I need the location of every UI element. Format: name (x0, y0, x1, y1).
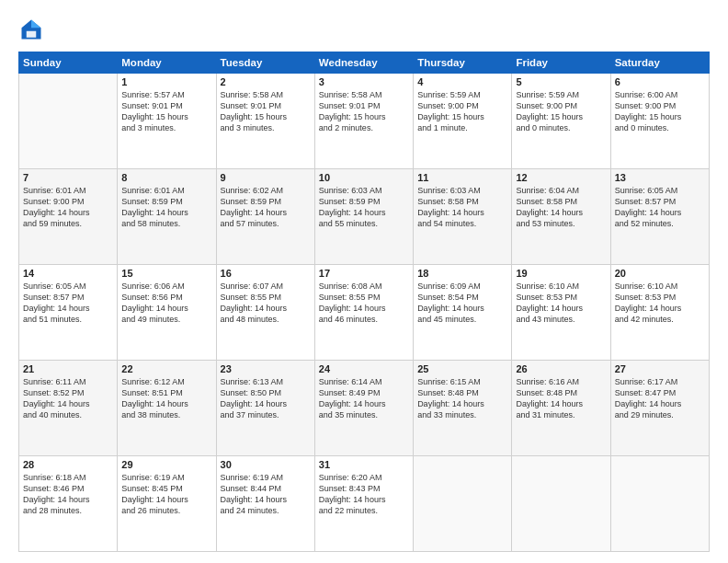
calendar-header-wednesday: Wednesday (314, 52, 413, 74)
day-info: Sunrise: 6:10 AM Sunset: 8:53 PM Dayligh… (615, 281, 705, 326)
calendar-cell: 13Sunrise: 6:05 AM Sunset: 8:57 PM Dayli… (610, 169, 709, 265)
day-number: 4 (417, 76, 507, 87)
calendar-cell: 22Sunrise: 6:12 AM Sunset: 8:51 PM Dayli… (118, 361, 216, 456)
calendar-cell: 20Sunrise: 6:10 AM Sunset: 8:53 PM Dayli… (610, 265, 709, 361)
header (18, 17, 710, 42)
day-info: Sunrise: 6:12 AM Sunset: 8:51 PM Dayligh… (121, 376, 211, 421)
day-info: Sunrise: 6:17 AM Sunset: 8:47 PM Dayligh… (615, 376, 705, 421)
calendar-cell: 6Sunrise: 6:00 AM Sunset: 9:00 PM Daylig… (610, 74, 709, 169)
calendar-week-4: 21Sunrise: 6:11 AM Sunset: 8:52 PM Dayli… (19, 361, 710, 456)
day-number: 16 (221, 268, 311, 279)
day-info: Sunrise: 6:01 AM Sunset: 8:59 PM Dayligh… (121, 185, 211, 230)
day-info: Sunrise: 6:09 AM Sunset: 8:54 PM Dayligh… (417, 281, 507, 326)
calendar-cell: 4Sunrise: 5:59 AM Sunset: 9:00 PM Daylig… (414, 74, 512, 169)
day-info: Sunrise: 6:03 AM Sunset: 8:58 PM Dayligh… (417, 185, 507, 230)
day-info: Sunrise: 6:03 AM Sunset: 8:59 PM Dayligh… (319, 185, 409, 230)
calendar-cell: 17Sunrise: 6:08 AM Sunset: 8:55 PM Dayli… (314, 265, 413, 361)
day-info: Sunrise: 6:19 AM Sunset: 8:44 PM Dayligh… (221, 472, 311, 517)
day-number: 24 (319, 363, 409, 374)
calendar-cell: 12Sunrise: 6:04 AM Sunset: 8:58 PM Dayli… (512, 169, 610, 265)
calendar-cell: 10Sunrise: 6:03 AM Sunset: 8:59 PM Dayli… (314, 169, 413, 265)
day-info: Sunrise: 6:00 AM Sunset: 9:00 PM Dayligh… (615, 89, 705, 134)
calendar-cell: 30Sunrise: 6:19 AM Sunset: 8:44 PM Dayli… (216, 456, 314, 552)
day-info: Sunrise: 6:11 AM Sunset: 8:52 PM Dayligh… (23, 376, 113, 421)
calendar-cell: 31Sunrise: 6:20 AM Sunset: 8:43 PM Dayli… (314, 456, 413, 552)
calendar-header-row: SundayMondayTuesdayWednesdayThursdayFrid… (19, 52, 710, 74)
day-number: 14 (23, 268, 113, 279)
day-info: Sunrise: 6:13 AM Sunset: 8:50 PM Dayligh… (221, 376, 311, 421)
day-number: 6 (615, 76, 705, 87)
day-info: Sunrise: 5:59 AM Sunset: 9:00 PM Dayligh… (417, 89, 507, 134)
calendar-week-3: 14Sunrise: 6:05 AM Sunset: 8:57 PM Dayli… (19, 265, 710, 361)
calendar-cell: 5Sunrise: 5:59 AM Sunset: 9:00 PM Daylig… (512, 74, 610, 169)
day-info: Sunrise: 5:57 AM Sunset: 9:01 PM Dayligh… (121, 89, 211, 134)
calendar-cell (610, 456, 709, 552)
calendar-cell: 16Sunrise: 6:07 AM Sunset: 8:55 PM Dayli… (216, 265, 314, 361)
logo-icon (18, 17, 44, 42)
day-info: Sunrise: 6:05 AM Sunset: 8:57 PM Dayligh… (23, 281, 113, 326)
day-number: 18 (417, 268, 507, 279)
day-number: 29 (121, 459, 211, 470)
calendar-cell: 15Sunrise: 6:06 AM Sunset: 8:56 PM Dayli… (118, 265, 216, 361)
svg-rect-2 (27, 31, 37, 38)
day-info: Sunrise: 6:06 AM Sunset: 8:56 PM Dayligh… (121, 281, 211, 326)
day-number: 27 (615, 363, 705, 374)
day-number: 28 (23, 459, 113, 470)
calendar-cell: 7Sunrise: 6:01 AM Sunset: 9:00 PM Daylig… (19, 169, 118, 265)
calendar-header-saturday: Saturday (610, 52, 709, 74)
calendar-cell (19, 74, 118, 169)
day-info: Sunrise: 6:20 AM Sunset: 8:43 PM Dayligh… (319, 472, 409, 517)
day-info: Sunrise: 6:19 AM Sunset: 8:45 PM Dayligh… (121, 472, 211, 517)
day-info: Sunrise: 6:07 AM Sunset: 8:55 PM Dayligh… (221, 281, 311, 326)
calendar-header-thursday: Thursday (414, 52, 512, 74)
day-number: 17 (319, 268, 409, 279)
day-info: Sunrise: 6:14 AM Sunset: 8:49 PM Dayligh… (319, 376, 409, 421)
day-number: 21 (23, 363, 113, 374)
calendar-header-monday: Monday (118, 52, 216, 74)
day-info: Sunrise: 6:16 AM Sunset: 8:48 PM Dayligh… (516, 376, 606, 421)
day-info: Sunrise: 6:18 AM Sunset: 8:46 PM Dayligh… (23, 472, 113, 517)
calendar-header-sunday: Sunday (19, 52, 118, 74)
day-info: Sunrise: 6:05 AM Sunset: 8:57 PM Dayligh… (615, 185, 705, 230)
calendar-week-2: 7Sunrise: 6:01 AM Sunset: 9:00 PM Daylig… (19, 169, 710, 265)
calendar-cell: 21Sunrise: 6:11 AM Sunset: 8:52 PM Dayli… (19, 361, 118, 456)
day-number: 5 (516, 76, 606, 87)
calendar-cell: 1Sunrise: 5:57 AM Sunset: 9:01 PM Daylig… (118, 74, 216, 169)
day-number: 11 (417, 172, 507, 183)
calendar-cell: 18Sunrise: 6:09 AM Sunset: 8:54 PM Dayli… (414, 265, 512, 361)
logo (18, 17, 46, 42)
calendar-cell: 24Sunrise: 6:14 AM Sunset: 8:49 PM Dayli… (314, 361, 413, 456)
calendar-cell: 28Sunrise: 6:18 AM Sunset: 8:46 PM Dayli… (19, 456, 118, 552)
day-number: 12 (516, 172, 606, 183)
day-number: 19 (516, 268, 606, 279)
day-number: 23 (221, 363, 311, 374)
day-info: Sunrise: 6:15 AM Sunset: 8:48 PM Dayligh… (417, 376, 507, 421)
calendar-cell: 19Sunrise: 6:10 AM Sunset: 8:53 PM Dayli… (512, 265, 610, 361)
day-number: 2 (221, 76, 311, 87)
calendar-cell: 29Sunrise: 6:19 AM Sunset: 8:45 PM Dayli… (118, 456, 216, 552)
calendar-table: SundayMondayTuesdayWednesdayThursdayFrid… (18, 52, 710, 552)
day-info: Sunrise: 6:04 AM Sunset: 8:58 PM Dayligh… (516, 185, 606, 230)
svg-marker-1 (31, 20, 41, 29)
calendar-cell: 27Sunrise: 6:17 AM Sunset: 8:47 PM Dayli… (610, 361, 709, 456)
day-info: Sunrise: 6:08 AM Sunset: 8:55 PM Dayligh… (319, 281, 409, 326)
page: SundayMondayTuesdayWednesdayThursdayFrid… (0, 0, 728, 563)
calendar-cell: 9Sunrise: 6:02 AM Sunset: 8:59 PM Daylig… (216, 169, 314, 265)
day-info: Sunrise: 5:58 AM Sunset: 9:01 PM Dayligh… (221, 89, 311, 134)
day-number: 1 (121, 76, 211, 87)
day-info: Sunrise: 5:59 AM Sunset: 9:00 PM Dayligh… (516, 89, 606, 134)
calendar-cell: 3Sunrise: 5:58 AM Sunset: 9:01 PM Daylig… (314, 74, 413, 169)
day-number: 22 (121, 363, 211, 374)
calendar-week-5: 28Sunrise: 6:18 AM Sunset: 8:46 PM Dayli… (19, 456, 710, 552)
day-number: 9 (221, 172, 311, 183)
day-number: 26 (516, 363, 606, 374)
calendar-header-friday: Friday (512, 52, 610, 74)
calendar-header-tuesday: Tuesday (216, 52, 314, 74)
calendar-cell: 25Sunrise: 6:15 AM Sunset: 8:48 PM Dayli… (414, 361, 512, 456)
calendar-cell: 11Sunrise: 6:03 AM Sunset: 8:58 PM Dayli… (414, 169, 512, 265)
day-number: 3 (319, 76, 409, 87)
calendar-week-1: 1Sunrise: 5:57 AM Sunset: 9:01 PM Daylig… (19, 74, 710, 169)
day-info: Sunrise: 5:58 AM Sunset: 9:01 PM Dayligh… (319, 89, 409, 134)
calendar-cell: 23Sunrise: 6:13 AM Sunset: 8:50 PM Dayli… (216, 361, 314, 456)
day-info: Sunrise: 6:10 AM Sunset: 8:53 PM Dayligh… (516, 281, 606, 326)
